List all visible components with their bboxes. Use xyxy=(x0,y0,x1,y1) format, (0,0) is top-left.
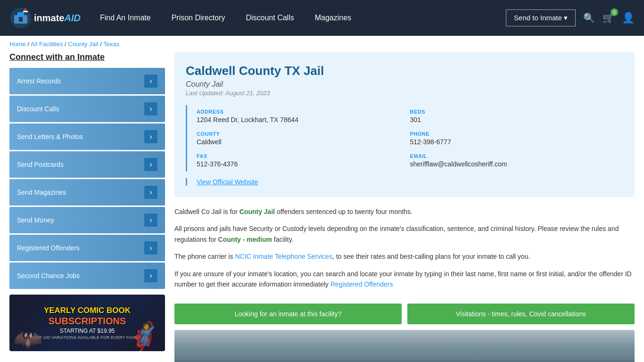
address-label: ADDRESS xyxy=(197,109,401,115)
sidebar-label: Send Money xyxy=(17,216,54,224)
phone-value: 512-398-6777 xyxy=(410,138,624,146)
sidebar-label: Discount Calls xyxy=(17,105,59,113)
send-to-inmate-button[interactable]: Send to Inmate ▾ xyxy=(506,9,576,26)
beds-label: BEDS xyxy=(410,109,624,115)
breadcrumb-county-jail[interactable]: County Jail xyxy=(68,41,98,48)
nav-discount-calls[interactable]: Discount Calls xyxy=(235,0,304,36)
county-medium-link[interactable]: County - medium xyxy=(218,236,272,243)
sidebar-item-send-postcards[interactable]: Send Postcards › xyxy=(9,151,165,178)
facility-updated: Last Updated: August 21, 2023 xyxy=(186,90,623,97)
view-website-link[interactable]: View Official Website xyxy=(197,178,258,186)
nav-find-inmate[interactable]: Find An Inmate xyxy=(90,0,161,36)
action-buttons: Looking for an inmate at this facility? … xyxy=(174,304,635,324)
sidebar-item-send-money[interactable]: Send Money › xyxy=(9,207,165,233)
sidebar-item-send-letters[interactable]: Send Letters & Photos › xyxy=(9,123,165,150)
beds-value: 301 xyxy=(410,116,624,123)
email-value: sherifflaw@caldwellcosheriff.com xyxy=(410,160,624,168)
county-group: COUNTY Caldwell xyxy=(197,127,410,149)
phone-group: PHONE 512-398-6777 xyxy=(410,127,624,149)
arrow-icon: › xyxy=(144,186,157,199)
svg-rect-2 xyxy=(17,12,24,16)
logo-icon xyxy=(9,7,32,29)
fax-value: 512-376-4376 xyxy=(197,160,401,168)
sidebar-item-discount-calls[interactable]: Discount Calls › xyxy=(9,96,165,122)
county-value: Caldwell xyxy=(197,138,401,146)
nav-magazines[interactable]: Magazines xyxy=(305,0,362,36)
svg-rect-3 xyxy=(19,17,23,22)
arrow-icon: › xyxy=(144,102,157,115)
address-group: ADDRESS 1204 Reed Dr, Lockhart, TX 78644 xyxy=(197,105,410,127)
arrow-icon: › xyxy=(144,130,157,143)
main-layout: Connect with an Inmate Arrest Records › … xyxy=(0,52,644,362)
arrow-icon: › xyxy=(144,158,157,171)
breadcrumb-all-facilities[interactable]: All Facilities xyxy=(31,41,63,48)
sidebar-menu: Arrest Records › Discount Calls › Send L… xyxy=(9,68,165,289)
sidebar-label: Send Letters & Photos xyxy=(17,133,83,140)
desc1-pre: Caldwell Co Jail is for xyxy=(174,208,239,215)
nav-prison-directory[interactable]: Prison Directory xyxy=(161,0,236,36)
email-group: EMAIL sherifflaw@caldwellcosheriff.com xyxy=(410,149,624,172)
arrow-icon: › xyxy=(144,74,157,88)
facility-type: County Jail xyxy=(186,80,623,89)
logo[interactable]: inmateAID xyxy=(9,7,85,29)
county-jail-link[interactable]: County Jail xyxy=(239,208,275,215)
cart-icon[interactable]: 🛒 0 xyxy=(603,12,614,24)
sidebar: Connect with an Inmate Arrest Records › … xyxy=(9,52,165,362)
desc3-pre: The phone carrier is xyxy=(174,253,235,260)
address-value: 1204 Reed Dr, Lockhart, TX 78644 xyxy=(197,116,401,123)
desc3-post: , to see their rates and best-calling pl… xyxy=(332,253,530,260)
description-area: Caldwell Co Jail is for County Jail offe… xyxy=(174,205,635,301)
email-label: EMAIL xyxy=(410,153,624,159)
desc1-post: offenders sentenced up to twenty four mo… xyxy=(275,208,413,215)
sidebar-label: Second Chance Jobs xyxy=(17,272,80,280)
fax-label: FAX xyxy=(197,153,401,159)
description-para3: The phone carrier is NCIC Inmate Telepho… xyxy=(174,251,635,262)
content-area: Caldwell County TX Jail County Jail Last… xyxy=(174,52,635,362)
user-icon[interactable]: 👤 xyxy=(622,12,635,24)
breadcrumb-state[interactable]: Texas xyxy=(103,41,119,48)
facility-image xyxy=(174,330,635,362)
registered-offenders-link[interactable]: Registered Offenders xyxy=(330,280,393,288)
ad-line1: YEARLY COMIC BOOK xyxy=(44,306,131,315)
desc4-pre: If you are unsure of your inmate's locat… xyxy=(174,270,632,288)
sidebar-item-send-magazines[interactable]: Send Magazines › xyxy=(9,179,165,206)
visitations-button[interactable]: Visitations - times, rules, Covid cancel… xyxy=(407,304,635,324)
sidebar-label: Registered Offenders xyxy=(17,244,80,252)
search-icon[interactable]: 🔍 xyxy=(583,12,595,24)
sidebar-label: Send Magazines xyxy=(17,189,66,196)
description-para1: Caldwell Co Jail is for County Jail offe… xyxy=(174,206,635,217)
breadcrumb: Home / All Facilities / County Jail / Te… xyxy=(0,36,644,52)
county-label: COUNTY xyxy=(197,131,401,137)
sidebar-item-second-chance-jobs[interactable]: Second Chance Jobs › xyxy=(9,263,165,289)
arrow-icon: › xyxy=(144,241,157,255)
description-para2: All prisons and jails have Security or C… xyxy=(174,223,635,245)
header-actions: Send to Inmate ▾ 🔍 🛒 0 👤 xyxy=(506,9,635,26)
sidebar-item-arrest-records[interactable]: Arrest Records › xyxy=(9,68,165,94)
svg-rect-5 xyxy=(23,11,28,12)
ad-line3: STARTING AT $19.95 xyxy=(60,328,115,334)
facility-name: Caldwell County TX Jail xyxy=(186,64,623,78)
fax-group: FAX 512-376-4376 xyxy=(197,149,410,172)
logo-text: inmateAID xyxy=(34,13,81,24)
phone-label: PHONE xyxy=(410,131,624,137)
site-header: inmateAID Find An Inmate Prison Director… xyxy=(0,0,644,36)
ad-banner[interactable]: 🦸 🦇 YEARLY COMIC BOOK SUBSCRIPTIONS STAR… xyxy=(9,295,165,351)
ncic-link[interactable]: NCIC Inmate Telephone Services xyxy=(235,253,332,260)
sidebar-label: Send Postcards xyxy=(17,161,64,168)
sidebar-title: Connect with an Inmate xyxy=(9,52,165,62)
facility-card: Caldwell County TX Jail County Jail Last… xyxy=(174,52,635,197)
find-inmate-button[interactable]: Looking for an inmate at this facility? xyxy=(174,304,402,324)
ad-line2: SUBSCRIPTIONS xyxy=(49,316,126,327)
description-para4: If you are unsure of your inmate's locat… xyxy=(174,269,635,290)
main-nav: Find An Inmate Prison Directory Discount… xyxy=(90,0,501,36)
beds-group: BEDS 301 xyxy=(410,105,624,127)
sidebar-label: Arrest Records xyxy=(17,77,61,85)
facility-details-grid: ADDRESS 1204 Reed Dr, Lockhart, TX 78644… xyxy=(186,105,623,172)
cart-badge: 0 xyxy=(611,8,618,16)
arrow-icon: › xyxy=(144,269,157,282)
arrow-icon: › xyxy=(144,214,157,227)
desc2-post: facility. xyxy=(272,236,294,243)
breadcrumb-home[interactable]: Home xyxy=(9,41,26,48)
sidebar-item-registered-offenders[interactable]: Registered Offenders › xyxy=(9,235,165,261)
